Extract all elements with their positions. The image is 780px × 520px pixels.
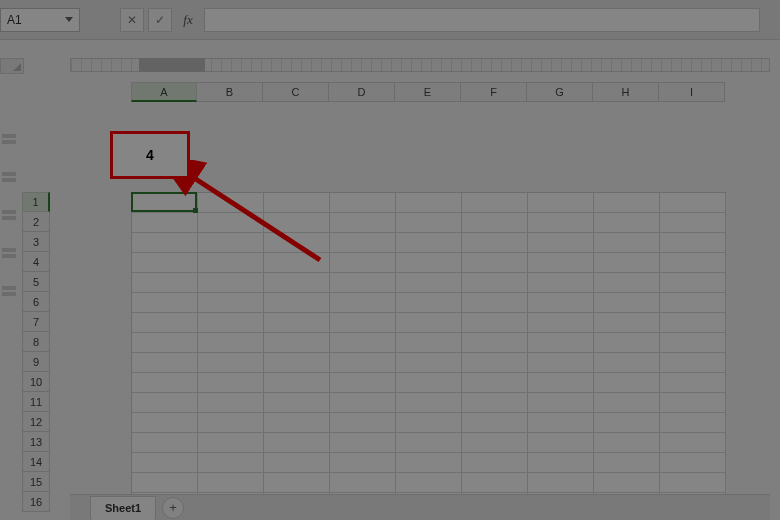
row-header-12[interactable]: 12 bbox=[22, 412, 50, 432]
formula-input[interactable] bbox=[204, 8, 760, 32]
row-header-14[interactable]: 14 bbox=[22, 452, 50, 472]
column-header-a[interactable]: A bbox=[131, 82, 197, 102]
cell-I12[interactable] bbox=[660, 413, 726, 433]
cell-G13[interactable] bbox=[528, 433, 594, 453]
cell-F9[interactable] bbox=[462, 353, 528, 373]
cell-C4[interactable] bbox=[264, 253, 330, 273]
cell-E2[interactable] bbox=[396, 213, 462, 233]
cell-E9[interactable] bbox=[396, 353, 462, 373]
cell-D13[interactable] bbox=[330, 433, 396, 453]
cell-B5[interactable] bbox=[198, 273, 264, 293]
cell-H15[interactable] bbox=[594, 473, 660, 493]
cell-H7[interactable] bbox=[594, 313, 660, 333]
cell-F3[interactable] bbox=[462, 233, 528, 253]
cell-D4[interactable] bbox=[330, 253, 396, 273]
cell-B11[interactable] bbox=[198, 393, 264, 413]
cell-F11[interactable] bbox=[462, 393, 528, 413]
cell-F5[interactable] bbox=[462, 273, 528, 293]
cell-E1[interactable] bbox=[396, 193, 462, 213]
cell-G4[interactable] bbox=[528, 253, 594, 273]
cell-E6[interactable] bbox=[396, 293, 462, 313]
cell-H10[interactable] bbox=[594, 373, 660, 393]
fx-icon[interactable]: fx bbox=[176, 12, 200, 28]
cell-C11[interactable] bbox=[264, 393, 330, 413]
cell-F6[interactable] bbox=[462, 293, 528, 313]
cell-E11[interactable] bbox=[396, 393, 462, 413]
cell-B10[interactable] bbox=[198, 373, 264, 393]
cell-D6[interactable] bbox=[330, 293, 396, 313]
row-header-15[interactable]: 15 bbox=[22, 472, 50, 492]
cell-G3[interactable] bbox=[528, 233, 594, 253]
cell-F10[interactable] bbox=[462, 373, 528, 393]
cell-I2[interactable] bbox=[660, 213, 726, 233]
column-header-g[interactable]: G bbox=[527, 82, 593, 102]
select-all-cell[interactable] bbox=[0, 58, 24, 74]
cell-F8[interactable] bbox=[462, 333, 528, 353]
cell-I11[interactable] bbox=[660, 393, 726, 413]
cell-C8[interactable] bbox=[264, 333, 330, 353]
cell-H9[interactable] bbox=[594, 353, 660, 373]
cell-F1[interactable] bbox=[462, 193, 528, 213]
row-header-3[interactable]: 3 bbox=[22, 232, 50, 252]
cell-D10[interactable] bbox=[330, 373, 396, 393]
cell-D3[interactable] bbox=[330, 233, 396, 253]
cell-A8[interactable] bbox=[132, 333, 198, 353]
cell-F2[interactable] bbox=[462, 213, 528, 233]
cell-C2[interactable] bbox=[264, 213, 330, 233]
cell-I9[interactable] bbox=[660, 353, 726, 373]
cell-B14[interactable] bbox=[198, 453, 264, 473]
column-header-h[interactable]: H bbox=[593, 82, 659, 102]
cell-G5[interactable] bbox=[528, 273, 594, 293]
column-header-b[interactable]: B bbox=[197, 82, 263, 102]
row-header-4[interactable]: 4 bbox=[22, 252, 50, 272]
cell-H4[interactable] bbox=[594, 253, 660, 273]
cell-A5[interactable] bbox=[132, 273, 198, 293]
cell-H8[interactable] bbox=[594, 333, 660, 353]
cell-C1[interactable] bbox=[264, 193, 330, 213]
cell-A12[interactable] bbox=[132, 413, 198, 433]
cell-E15[interactable] bbox=[396, 473, 462, 493]
row-header-10[interactable]: 10 bbox=[22, 372, 50, 392]
cell-A13[interactable] bbox=[132, 433, 198, 453]
column-header-f[interactable]: F bbox=[461, 82, 527, 102]
cell-D12[interactable] bbox=[330, 413, 396, 433]
cell-G12[interactable] bbox=[528, 413, 594, 433]
row-header-11[interactable]: 11 bbox=[22, 392, 50, 412]
cell-G2[interactable] bbox=[528, 213, 594, 233]
cell-C6[interactable] bbox=[264, 293, 330, 313]
row-header-16[interactable]: 16 bbox=[22, 492, 50, 512]
cell-C9[interactable] bbox=[264, 353, 330, 373]
cell-C7[interactable] bbox=[264, 313, 330, 333]
cell-I4[interactable] bbox=[660, 253, 726, 273]
cell-C5[interactable] bbox=[264, 273, 330, 293]
cell-E13[interactable] bbox=[396, 433, 462, 453]
name-box-dropdown-icon[interactable] bbox=[65, 15, 75, 25]
cell-D7[interactable] bbox=[330, 313, 396, 333]
cell-D11[interactable] bbox=[330, 393, 396, 413]
cell-C10[interactable] bbox=[264, 373, 330, 393]
cell-F12[interactable] bbox=[462, 413, 528, 433]
cell-E3[interactable] bbox=[396, 233, 462, 253]
cell-D9[interactable] bbox=[330, 353, 396, 373]
cell-E7[interactable] bbox=[396, 313, 462, 333]
cell-E10[interactable] bbox=[396, 373, 462, 393]
cell-A4[interactable] bbox=[132, 253, 198, 273]
cell-C15[interactable] bbox=[264, 473, 330, 493]
column-header-d[interactable]: D bbox=[329, 82, 395, 102]
row-header-8[interactable]: 8 bbox=[22, 332, 50, 352]
cancel-formula-button[interactable]: ✕ bbox=[120, 8, 144, 32]
row-header-7[interactable]: 7 bbox=[22, 312, 50, 332]
cell-G7[interactable] bbox=[528, 313, 594, 333]
cell-I7[interactable] bbox=[660, 313, 726, 333]
cell-B6[interactable] bbox=[198, 293, 264, 313]
cell-E14[interactable] bbox=[396, 453, 462, 473]
spreadsheet-grid[interactable] bbox=[131, 192, 726, 513]
cell-G11[interactable] bbox=[528, 393, 594, 413]
row-header-13[interactable]: 13 bbox=[22, 432, 50, 452]
sheet-tab-sheet1[interactable]: Sheet1 bbox=[90, 496, 156, 520]
cell-G9[interactable] bbox=[528, 353, 594, 373]
cell-E5[interactable] bbox=[396, 273, 462, 293]
cell-H1[interactable] bbox=[594, 193, 660, 213]
add-sheet-button[interactable]: + bbox=[162, 497, 184, 519]
cell-D14[interactable] bbox=[330, 453, 396, 473]
